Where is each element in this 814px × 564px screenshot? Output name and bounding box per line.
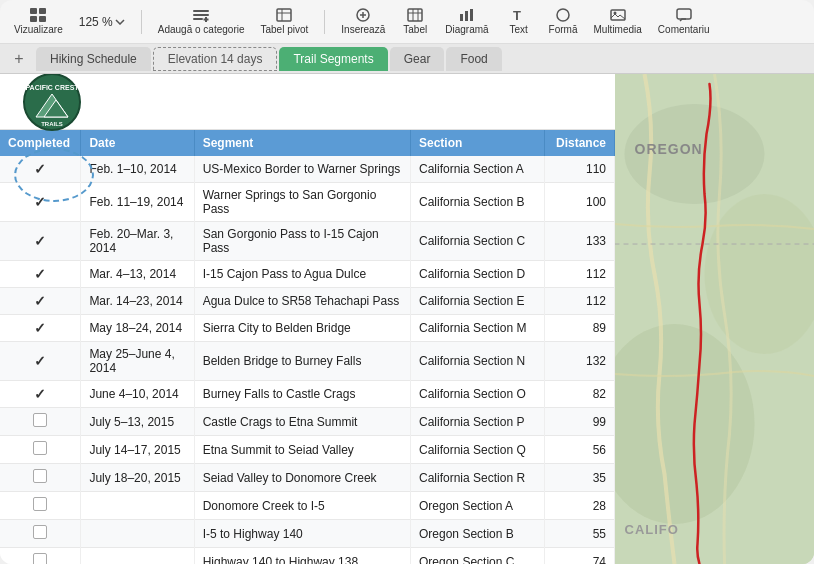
svg-rect-9 (277, 9, 291, 21)
checkbox-empty[interactable] (33, 497, 47, 511)
distance-cell: 133 (544, 222, 614, 261)
segment-cell: Agua Dulce to SR58 Tehachapi Pass (194, 288, 410, 315)
completed-cell[interactable] (0, 492, 81, 520)
distance-cell: 74 (544, 548, 614, 565)
table-row: ✓Feb. 1–10, 2014US-Mexico Border to Warn… (0, 156, 615, 183)
text-button[interactable]: T Text (499, 6, 539, 37)
svg-rect-24 (611, 10, 625, 20)
checkbox-empty[interactable] (33, 469, 47, 483)
table-row: Highway 140 to Highway 138Oregon Section… (0, 548, 615, 565)
left-panel: PACIFIC CREST TRAILS Completed (0, 74, 615, 564)
date-cell: Feb. 20–Mar. 3, 2014 (81, 222, 194, 261)
insert-label: Inserează (341, 24, 385, 35)
zoom-control[interactable]: 125 % (73, 13, 131, 31)
completed-cell[interactable]: ✓ (0, 261, 81, 288)
section-cell: California Section E (411, 288, 545, 315)
svg-rect-20 (465, 11, 468, 21)
svg-rect-26 (677, 9, 691, 19)
section-cell: California Section B (411, 183, 545, 222)
table-row: July 5–13, 2015Castle Crags to Etna Summ… (0, 408, 615, 436)
completed-cell[interactable] (0, 436, 81, 464)
date-cell: July 14–17, 2015 (81, 436, 194, 464)
section-cell: Oregon Section A (411, 492, 545, 520)
tab-trail[interactable]: Trail Segments (279, 47, 387, 71)
checkbox-empty[interactable] (33, 553, 47, 564)
table-row: Donomore Creek to I-5Oregon Section A28 (0, 492, 615, 520)
tab-hiking[interactable]: Hiking Schedule (36, 47, 151, 71)
comment-button[interactable]: Comentariu (652, 6, 716, 37)
date-cell: Feb. 1–10, 2014 (81, 156, 194, 183)
completed-cell[interactable]: ✓ (0, 222, 81, 261)
completed-cell[interactable]: ✓ (0, 381, 81, 408)
section-cell: California Section M (411, 315, 545, 342)
insert-button[interactable]: Inserează (335, 6, 391, 37)
distance-cell: 28 (544, 492, 614, 520)
completed-cell[interactable] (0, 548, 81, 565)
add-category-button[interactable]: Adaugă o categorie (152, 6, 251, 37)
view-button[interactable]: Vizualizare (8, 6, 69, 37)
add-sheet-button[interactable]: + (8, 48, 30, 70)
tab-gear[interactable]: Gear (390, 47, 445, 71)
table-button[interactable]: Tabel (395, 6, 435, 37)
svg-point-23 (557, 9, 569, 21)
distance-cell: 56 (544, 436, 614, 464)
col-segment: Segment (194, 130, 410, 156)
table-row: ✓June 4–10, 2014Burney Falls to Castle C… (0, 381, 615, 408)
media-button[interactable]: Multimedia (588, 6, 648, 37)
svg-text:CALIFO: CALIFO (625, 522, 679, 537)
segment-cell: Seiad Valley to Donomore Creek (194, 464, 410, 492)
completed-cell[interactable]: ✓ (0, 315, 81, 342)
completed-cell[interactable]: ✓ (0, 342, 81, 381)
sheet-tabs: + Hiking Schedule Elevation 14 days Trai… (0, 44, 814, 74)
distance-cell: 112 (544, 288, 614, 315)
date-cell (81, 548, 194, 565)
comment-label: Comentariu (658, 24, 710, 35)
section-cell: California Section D (411, 261, 545, 288)
logo-image: PACIFIC CREST TRAILS (16, 74, 88, 132)
svg-rect-19 (460, 14, 463, 21)
completed-cell[interactable]: ✓ (0, 288, 81, 315)
table-row: ✓Mar. 14–23, 2014Agua Dulce to SR58 Teha… (0, 288, 615, 315)
date-cell (81, 520, 194, 548)
checkbox-empty[interactable] (33, 525, 47, 539)
completed-cell[interactable] (0, 464, 81, 492)
separator-1 (141, 10, 142, 34)
completed-cell[interactable]: ✓ (0, 156, 81, 183)
col-completed: Completed (0, 130, 81, 156)
main-area: PACIFIC CREST TRAILS Completed (0, 74, 814, 564)
checkmark-icon: ✓ (34, 233, 46, 249)
checkbox-empty[interactable] (33, 413, 47, 427)
tab-food[interactable]: Food (446, 47, 501, 71)
completed-cell[interactable]: ✓ (0, 183, 81, 222)
svg-rect-21 (470, 9, 473, 21)
pivot-table-button[interactable]: Tabel pivot (255, 6, 315, 37)
map-background: OREGON CALIFO (615, 74, 814, 564)
date-cell: Feb. 11–19, 2014 (81, 183, 194, 222)
segment-cell: Donomore Creek to I-5 (194, 492, 410, 520)
checkbox-empty[interactable] (33, 441, 47, 455)
checkmark-icon: ✓ (34, 161, 46, 177)
svg-rect-1 (39, 8, 46, 14)
svg-text:OREGON: OREGON (635, 141, 703, 157)
date-cell: July 18–20, 2015 (81, 464, 194, 492)
completed-cell[interactable] (0, 408, 81, 436)
completed-cell[interactable] (0, 520, 81, 548)
section-cell: California Section O (411, 381, 545, 408)
tab-elevation[interactable]: Elevation 14 days (153, 47, 278, 71)
date-cell: July 5–13, 2015 (81, 408, 194, 436)
svg-rect-15 (408, 9, 422, 21)
date-cell: Mar. 14–23, 2014 (81, 288, 194, 315)
svg-text:PACIFIC CREST: PACIFIC CREST (25, 84, 79, 91)
col-date: Date (81, 130, 194, 156)
distance-cell: 55 (544, 520, 614, 548)
date-cell (81, 492, 194, 520)
view-label: Vizualizare (14, 24, 63, 35)
segment-cell: US-Mexico Border to Warner Springs (194, 156, 410, 183)
chart-button[interactable]: Diagramă (439, 6, 494, 37)
text-label: Text (509, 24, 527, 35)
add-category-label: Adaugă o categorie (158, 24, 245, 35)
svg-rect-6 (193, 18, 203, 20)
distance-cell: 89 (544, 315, 614, 342)
date-cell: June 4–10, 2014 (81, 381, 194, 408)
shape-button[interactable]: Formă (543, 6, 584, 37)
